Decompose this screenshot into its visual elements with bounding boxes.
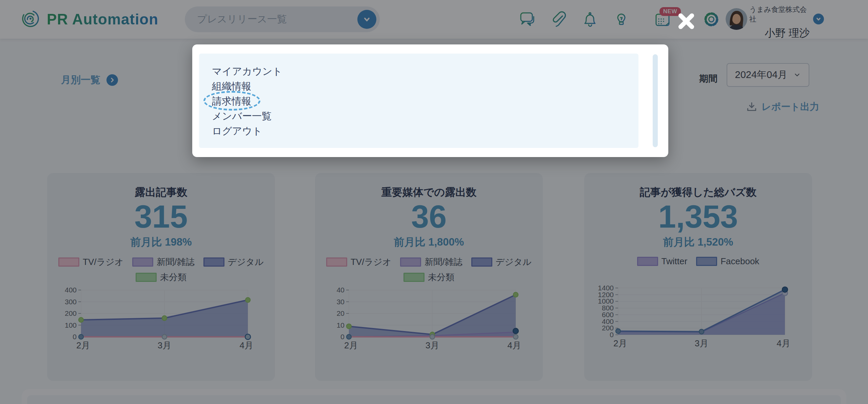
- menu-item[interactable]: ログアウト: [212, 123, 262, 138]
- close-icon[interactable]: [677, 12, 696, 31]
- account-menu-list: マイアカウント組織情報請求情報メンバー一覧ログアウト: [212, 64, 282, 138]
- pr-automation-dashboard: PR Automation プレスリリース一覧: [0, 0, 868, 404]
- account-menu-modal: マイアカウント組織情報請求情報メンバー一覧ログアウト: [192, 44, 668, 157]
- account-menu-panel: マイアカウント組織情報請求情報メンバー一覧ログアウト: [199, 54, 638, 148]
- menu-item[interactable]: 請求情報: [212, 94, 251, 109]
- menu-item[interactable]: マイアカウント: [212, 64, 282, 79]
- menu-item[interactable]: メンバー一覧: [212, 109, 272, 123]
- modal-scrollbar[interactable]: [653, 54, 658, 147]
